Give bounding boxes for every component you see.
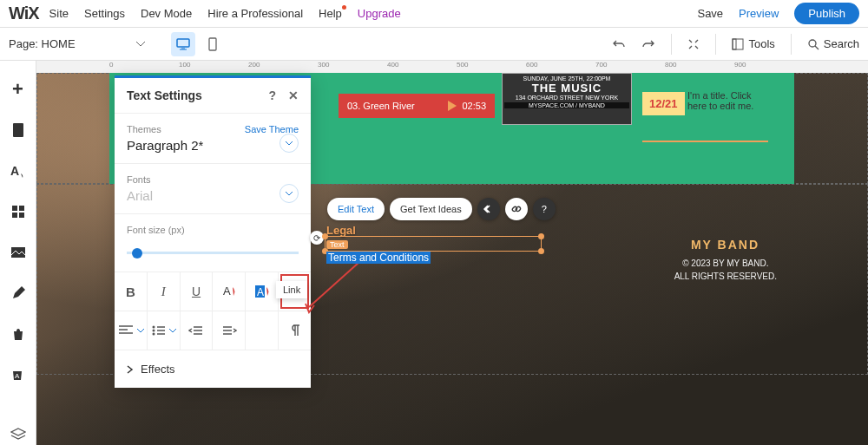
svg-point-18 — [152, 333, 155, 336]
svg-point-16 — [152, 326, 155, 329]
svg-text:A: A — [15, 372, 20, 380]
align-button[interactable] — [115, 311, 148, 350]
svg-rect-2 — [733, 39, 743, 49]
mobile-view-button[interactable] — [201, 32, 225, 56]
highlight-button[interactable]: A — [246, 272, 279, 311]
tools-button[interactable]: Tools — [732, 37, 774, 50]
font-dropdown[interactable] — [279, 184, 299, 203]
store-ai-button[interactable]: A — [6, 363, 30, 385]
underline-button[interactable]: U — [181, 272, 214, 311]
title-text[interactable]: I'm a title. Click here to edit me. — [687, 90, 766, 111]
add-button[interactable]: + — [6, 78, 30, 101]
caret-right-icon — [127, 365, 134, 374]
poster-title: THE MUSIC — [504, 82, 629, 95]
terms-link-text[interactable]: Terms and Conditions — [326, 252, 431, 264]
copyright-text[interactable]: © 2023 BY MY BAND.ALL RIGHTS RESERVED. — [674, 257, 777, 283]
help-icon[interactable]: ? — [268, 88, 276, 102]
tools-icon — [732, 38, 744, 50]
store-button[interactable] — [6, 323, 30, 344]
edit-text-button[interactable]: Edit Text — [327, 198, 385, 220]
menu-settings[interactable]: Settings — [84, 7, 125, 20]
list-button[interactable] — [148, 311, 181, 350]
text-color-button[interactable]: A — [213, 272, 246, 311]
track-time: 02:53 — [462, 101, 486, 111]
search-icon — [807, 38, 819, 50]
effects-toggle[interactable]: Effects — [115, 350, 311, 388]
layers-button[interactable] — [6, 423, 30, 445]
divider-line — [642, 141, 768, 142]
menu-devmode[interactable]: Dev Mode — [141, 7, 192, 20]
text-settings-panel: Text Settings ? ✕ Themes Save Theme Para… — [115, 75, 311, 388]
svg-text:A: A — [223, 285, 231, 298]
apps-button[interactable] — [6, 201, 30, 223]
design-button[interactable]: A — [6, 160, 30, 182]
blog-button[interactable] — [6, 283, 30, 304]
event-poster[interactable]: SUNDAY, JUNE 25TH, 22:00PM THE MUSIC 134… — [502, 73, 632, 125]
font-value[interactable]: Arial — [127, 188, 299, 203]
menu-site[interactable]: Site — [49, 7, 69, 20]
menu-hire[interactable]: Hire a Professional — [207, 7, 303, 20]
svg-text:A: A — [257, 286, 264, 298]
publish-button[interactable]: Publish — [794, 3, 859, 24]
mobile-icon — [208, 37, 217, 51]
svg-rect-8 — [19, 206, 24, 211]
svg-rect-1 — [209, 38, 216, 50]
page-selector[interactable]: Page: HOME — [9, 37, 145, 50]
poster-address: 134 ORCHARD STREET NEW YORK — [504, 95, 629, 101]
search-button[interactable]: Search — [807, 37, 859, 50]
bold-button[interactable]: B — [115, 272, 148, 311]
main-menu: Site Settings Dev Mode Hire a Profession… — [49, 7, 401, 20]
wix-logo[interactable]: WiX — [9, 3, 39, 23]
chevron-down-icon — [136, 42, 145, 47]
theme-dropdown[interactable] — [279, 134, 299, 153]
link-chip-button[interactable] — [505, 198, 528, 220]
ai-button[interactable] — [477, 198, 500, 220]
fontsize-label: Font size (px) — [127, 225, 299, 235]
svg-rect-0 — [177, 39, 189, 47]
fonts-label: Fonts — [127, 174, 299, 185]
music-track[interactable]: 03. Green River 02:53 — [339, 94, 495, 118]
date-badge[interactable]: 12/21 — [642, 92, 685, 115]
help-chip-button[interactable]: ? — [533, 198, 556, 220]
brand-text[interactable]: MY BAND — [691, 238, 760, 252]
legal-heading[interactable]: Legal — [326, 224, 431, 237]
italic-button[interactable]: I — [148, 272, 181, 311]
pages-button[interactable] — [6, 120, 30, 141]
left-rail: + A A — [0, 61, 36, 445]
play-icon[interactable] — [448, 101, 457, 111]
tools-label: Tools — [748, 37, 774, 50]
svg-rect-7 — [12, 206, 17, 211]
theme-value[interactable]: Paragraph 2* — [127, 138, 299, 153]
svg-rect-5 — [13, 123, 23, 137]
direction-button[interactable] — [279, 311, 311, 350]
save-button[interactable]: Save — [697, 7, 723, 20]
redo-button[interactable] — [641, 38, 655, 50]
track-number: 03. — [347, 101, 360, 111]
fontsize-slider[interactable] — [132, 248, 142, 258]
selected-text-element[interactable]: Legal Text Terms and Conditions — [326, 224, 431, 263]
svg-point-4 — [809, 40, 816, 47]
svg-rect-10 — [19, 213, 24, 218]
preview-button[interactable]: Preview — [739, 7, 779, 20]
menu-help[interactable]: Help — [319, 7, 342, 20]
link-tooltip: Link — [276, 281, 307, 298]
poster-link: MYSPACE.COM / MYBAND — [504, 102, 629, 108]
zoom-out-button[interactable] — [687, 38, 700, 50]
selection-frame — [325, 236, 542, 252]
svg-point-17 — [152, 330, 155, 332]
undo-button[interactable] — [612, 38, 626, 50]
svg-rect-9 — [12, 213, 17, 218]
text-action-bar: Edit Text Get Text Ideas ? — [327, 198, 556, 220]
menu-upgrade[interactable]: Upgrade — [358, 7, 401, 20]
indent-increase-button[interactable] — [213, 311, 246, 350]
close-icon[interactable]: ✕ — [288, 88, 299, 102]
desktop-view-button[interactable] — [171, 32, 195, 56]
get-text-ideas-button[interactable]: Get Text Ideas — [390, 198, 472, 220]
media-button[interactable] — [6, 242, 30, 264]
panel-title: Text Settings — [127, 88, 202, 102]
page-prefix: Page: — [9, 37, 38, 50]
svg-rect-3 — [733, 39, 736, 49]
page-name: HOME — [42, 37, 76, 50]
effects-label: Effects — [141, 363, 175, 376]
indent-decrease-button[interactable] — [181, 311, 214, 350]
